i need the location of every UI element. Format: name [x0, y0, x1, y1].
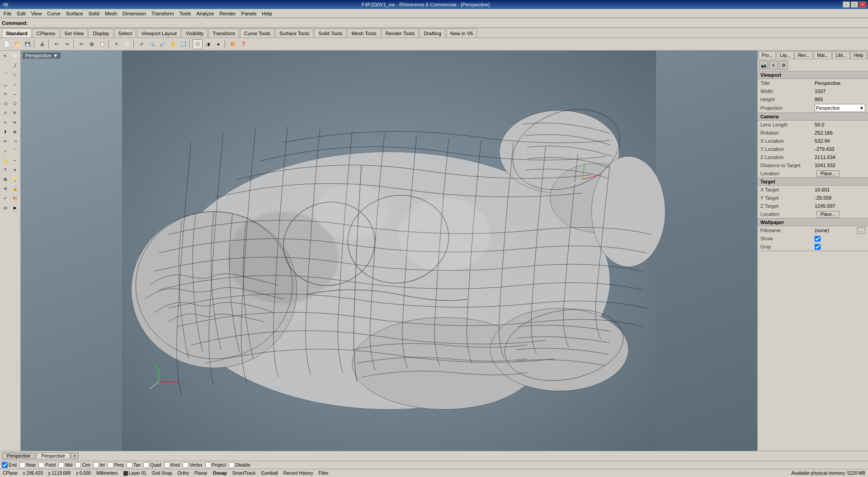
hatch-tool-btn[interactable]: ≡	[10, 165, 19, 174]
save-file-icon[interactable]: 💾	[23, 39, 33, 49]
wallpaper-show-checkbox[interactable]	[815, 236, 821, 242]
menu-item-surface[interactable]: Surface	[63, 10, 86, 17]
undo-icon[interactable]: ↩	[52, 39, 61, 49]
toolbar-tab-viewport-layout[interactable]: Viewport Layout	[137, 28, 181, 37]
menu-item-dimension[interactable]: Dimension	[120, 10, 149, 17]
help-icon[interactable]: ❓	[238, 39, 248, 49]
snap-near[interactable]: Near	[19, 462, 36, 468]
move-tool-btn[interactable]: ⤢	[1, 108, 10, 117]
snap-end-checkbox[interactable]	[2, 462, 8, 468]
menu-item-tools[interactable]: Tools	[177, 10, 194, 17]
menu-item-edit[interactable]: Edit	[14, 10, 28, 17]
print-icon[interactable]: 🖨	[37, 39, 47, 49]
status-gumball[interactable]: Gumball	[261, 471, 278, 476]
status-filter[interactable]: Filter	[319, 471, 329, 476]
menu-item-transform[interactable]: Transform	[149, 10, 177, 17]
rectangle-tool-btn[interactable]: □	[10, 70, 19, 80]
status-osnap[interactable]: Osnap	[213, 471, 227, 476]
toolbar-tab-set-view[interactable]: Set View	[60, 28, 88, 37]
menu-item-analyze[interactable]: Analyze	[193, 10, 217, 17]
panel-tab-layers[interactable]: Lay...	[777, 51, 794, 59]
lights-tool-btn[interactable]: 💡	[10, 175, 19, 184]
model-viewport[interactable]: x y	[21, 51, 757, 451]
select-tool-btn[interactable]: ↖	[1, 51, 10, 61]
toolbar-tab-visibility[interactable]: Visibility	[182, 28, 208, 37]
snap-quad-checkbox[interactable]	[143, 462, 149, 468]
menu-item-file[interactable]: File	[1, 10, 14, 17]
fillet-tool-btn[interactable]: ⌐	[1, 146, 10, 155]
toolbar-tab-transform[interactable]: Transform	[208, 28, 239, 37]
extrude-tool-btn[interactable]: ⬆	[1, 127, 10, 136]
panel-camera-icon[interactable]: 📷	[759, 61, 768, 70]
paste-icon[interactable]: 📋	[97, 39, 107, 49]
toolbar-tab-solid-tools[interactable]: Solid Tools	[314, 28, 346, 37]
history-tool-btn[interactable]: ⟲	[1, 184, 10, 193]
point-tool-btn[interactable]: ·	[1, 61, 10, 70]
status-record-history[interactable]: Record History	[283, 471, 313, 476]
panel-tab-properties[interactable]: Pro...	[759, 51, 776, 59]
snap-knot[interactable]: Knot	[164, 462, 180, 468]
panel-tab-render[interactable]: Ren...	[795, 51, 813, 59]
panel-tab-help[interactable]: Help	[851, 51, 867, 59]
zoom-in-icon[interactable]: 🔍	[147, 39, 157, 49]
snap-tan[interactable]: Tan	[127, 462, 141, 468]
circle-tool-btn[interactable]: ○	[10, 80, 19, 89]
run-script-btn[interactable]: ▶	[10, 203, 19, 212]
snap-tan-checkbox[interactable]	[127, 462, 132, 468]
viewport-tab-2[interactable]: Perspective	[36, 453, 70, 459]
menu-item-curve[interactable]: Curve	[44, 10, 63, 17]
boolean-tool-btn[interactable]: ⊕	[10, 127, 19, 136]
curve-tool-btn[interactable]: ⌣	[10, 89, 19, 98]
snap-point[interactable]: Point	[38, 462, 56, 468]
dimension-tool-btn[interactable]: ↔	[10, 156, 19, 165]
snap-perp-checkbox[interactable]	[108, 462, 113, 468]
toolbar-tab-mesh-tools[interactable]: Mesh Tools	[347, 28, 380, 37]
add-viewport-button[interactable]: +	[71, 453, 79, 459]
filename-browse-button[interactable]: ...	[857, 227, 865, 234]
snap-project-checkbox[interactable]	[205, 462, 211, 468]
mirror-tool-btn[interactable]: ⇔	[10, 118, 19, 127]
snap-disable-checkbox[interactable]	[229, 462, 235, 468]
snap-cen-checkbox[interactable]	[75, 462, 81, 468]
maximize-button[interactable]: □	[851, 1, 858, 8]
panel-tab-material[interactable]: Mat...	[814, 51, 831, 59]
menu-item-render[interactable]: Render	[217, 10, 239, 17]
paint-tool-btn[interactable]: 🎨	[10, 194, 19, 203]
snap-tool-btn[interactable]: ◎	[1, 203, 10, 212]
close-button[interactable]: ×	[859, 1, 866, 8]
status-smarttrack[interactable]: SmartTrack	[232, 471, 255, 476]
scale-tool-btn[interactable]: ⤡	[1, 118, 10, 127]
toolbar-tab-render-tools[interactable]: Render Tools	[382, 28, 419, 37]
toolbar-tab-drafting[interactable]: Drafting	[420, 28, 445, 37]
snap-perp[interactable]: Perp	[108, 462, 124, 468]
panel-tab-library[interactable]: Libr...	[832, 51, 849, 59]
snap-end[interactable]: End	[2, 462, 17, 468]
menu-item-help[interactable]: Help	[259, 10, 275, 17]
text-tool-btn[interactable]: T	[1, 165, 10, 174]
grid-tool-btn[interactable]: ⊞	[1, 175, 10, 184]
snap-point-checkbox[interactable]	[38, 462, 44, 468]
window-select-icon[interactable]: ⬜	[122, 39, 132, 49]
snap-near-checkbox[interactable]	[19, 462, 25, 468]
snap-mid[interactable]: Mid	[58, 462, 72, 468]
blend-tool-btn[interactable]: ⌒	[10, 146, 19, 155]
analyze-tool-btn[interactable]: 📐	[1, 156, 10, 165]
rotate-tool-btn[interactable]: ↻	[10, 108, 19, 117]
new-file-icon[interactable]: 📄	[2, 39, 12, 49]
viewport-tab-1[interactable]: Perspective	[2, 453, 35, 459]
wireframe-icon[interactable]: ⬡	[193, 39, 203, 49]
panel-settings-icon[interactable]: ⚙	[779, 61, 788, 70]
line-tool-btn[interactable]: ╱	[10, 61, 19, 70]
snap-int[interactable]: Int	[93, 462, 105, 468]
wallpaper-gray-checkbox[interactable]	[815, 244, 821, 250]
snap-quad[interactable]: Quad	[143, 462, 161, 468]
trim-tool-btn[interactable]: ✂	[1, 137, 10, 146]
toolbar-tab-new-in-v6[interactable]: New in V6	[446, 28, 477, 37]
viewport-projection-dropdown[interactable]: Perspective ▼	[815, 104, 865, 112]
select-window-btn[interactable]: ⬜	[10, 51, 19, 61]
menu-item-mesh[interactable]: Mesh	[102, 10, 120, 17]
select-icon[interactable]: ↖	[112, 39, 122, 49]
menu-item-panels[interactable]: Panels	[239, 10, 259, 17]
split-tool-btn[interactable]: ⊣	[10, 137, 19, 146]
toolbar-tab-standard[interactable]: Standard	[2, 28, 32, 37]
